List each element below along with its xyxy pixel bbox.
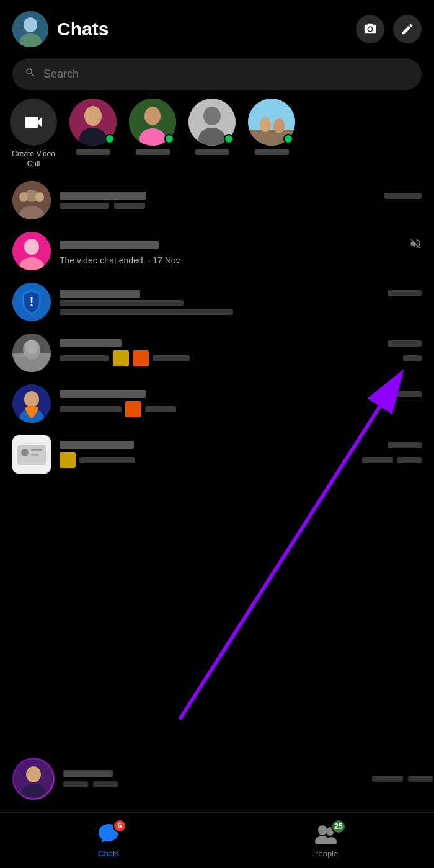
story-item-4[interactable] [247, 99, 296, 155]
story-ring-content [63, 770, 363, 787]
page-title: Chats [57, 19, 347, 40]
search-bar[interactable] [12, 58, 422, 90]
chat-item-1[interactable] [0, 175, 434, 226]
chat-avatar-5 [12, 384, 51, 423]
svg-point-14 [260, 117, 271, 132]
story-name-3 [195, 149, 229, 155]
story-ring-timestamps [372, 776, 433, 782]
chat-content-6 [60, 441, 422, 468]
svg-point-35 [21, 449, 29, 456]
svg-point-29 [25, 340, 38, 355]
header-actions [356, 15, 422, 43]
chat-item-6[interactable] [0, 429, 434, 480]
chats-icon: 5 [97, 823, 120, 846]
svg-point-4 [84, 106, 102, 126]
people-label: People [313, 849, 338, 858]
story-item-2[interactable] [128, 99, 177, 155]
story-item-3[interactable] [187, 99, 237, 155]
svg-point-1 [24, 17, 37, 32]
chat-content-4 [60, 339, 422, 366]
online-indicator [224, 134, 234, 144]
search-input[interactable] [43, 68, 409, 81]
create-video-call[interactable]: Create VideoCall [9, 99, 58, 169]
chat-item-5[interactable] [0, 378, 434, 429]
svg-point-31 [24, 391, 39, 407]
svg-text:!: ! [30, 294, 34, 308]
nav-people[interactable]: 25 People [217, 813, 434, 868]
chat-list: The video chat ended. · 17 Nov ! [0, 175, 434, 480]
svg-rect-37 [31, 454, 38, 456]
story-ring-avatar-wrap [12, 758, 55, 800]
user-avatar[interactable] [12, 11, 48, 47]
bottom-nav: 5 Chats 25 People [0, 812, 434, 868]
chat-item-3[interactable]: ! [0, 277, 434, 327]
svg-point-39 [26, 766, 41, 782]
camera-button[interactable] [356, 15, 384, 43]
svg-point-20 [35, 192, 44, 202]
svg-point-15 [273, 118, 285, 133]
svg-point-19 [19, 192, 28, 202]
chat-item-2[interactable]: The video chat ended. · 17 Nov [0, 226, 434, 277]
svg-point-43 [318, 825, 327, 835]
chat-avatar-2 [12, 232, 51, 270]
chats-label: Chats [98, 849, 119, 858]
svg-point-10 [203, 107, 221, 125]
story-name-2 [136, 149, 170, 155]
chat-item-4[interactable] [0, 327, 434, 378]
story-name-1 [76, 149, 110, 155]
chat-content-3 [60, 290, 422, 315]
chat-avatar-1 [12, 181, 51, 219]
svg-point-7 [144, 107, 161, 125]
create-video-label: Create VideoCall [12, 149, 55, 169]
chat-content-5 [60, 390, 422, 417]
online-indicator [283, 134, 293, 144]
chats-badge: 5 [113, 819, 126, 833]
app-header: Chats [0, 0, 434, 55]
people-icon: 25 [314, 823, 337, 846]
mute-icon [409, 237, 422, 253]
svg-point-22 [24, 239, 39, 255]
online-indicator [105, 134, 115, 144]
svg-rect-36 [31, 449, 42, 451]
stories-row: Create VideoCall [0, 99, 434, 169]
story-item-1[interactable] [68, 99, 118, 155]
online-indicator [164, 134, 174, 144]
chat-content-1 [60, 192, 422, 209]
chat-avatar-4 [12, 334, 51, 372]
story-name-4 [255, 149, 289, 155]
story-ring-item[interactable] [9, 751, 434, 806]
nav-chats[interactable]: 5 Chats [0, 813, 217, 868]
search-icon [25, 67, 36, 81]
compose-button[interactable] [393, 15, 422, 43]
chat-avatar-3: ! [12, 283, 51, 321]
chat-message-2: The video chat ended. · 17 Nov [60, 255, 422, 265]
chat-avatar-6 [12, 435, 51, 474]
create-video-avatar [10, 99, 57, 146]
people-badge: 25 [331, 819, 346, 834]
chat-content-2: The video chat ended. · 17 Nov [60, 237, 422, 265]
